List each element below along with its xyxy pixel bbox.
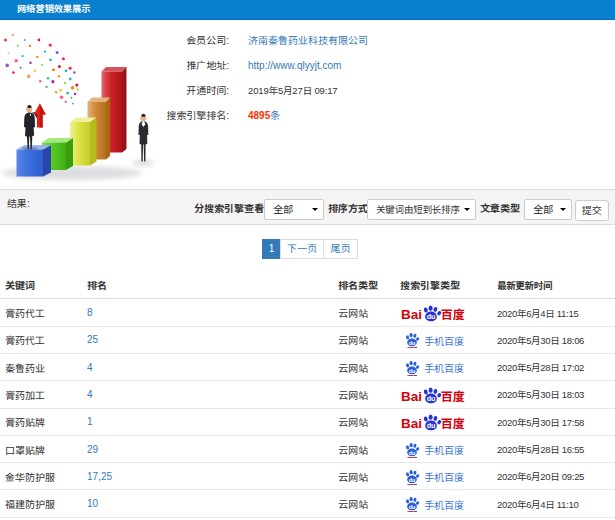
svg-text:du: du [409,504,416,510]
svg-text:百度: 百度 [441,305,465,322]
svg-text:du: du [427,422,436,431]
svg-text:du: du [409,449,416,455]
svg-text:Bai: Bai [401,388,422,403]
svg-text:du: du [409,477,416,483]
svg-text:百度: 百度 [441,387,465,404]
svg-text:Bai: Bai [401,307,422,322]
svg-text:du: du [409,367,416,373]
svg-text:du: du [427,312,436,321]
svg-text:du: du [427,394,436,403]
svg-text:du: du [409,340,416,346]
svg-text:百度: 百度 [441,414,465,431]
svg-text:Bai: Bai [401,416,422,431]
